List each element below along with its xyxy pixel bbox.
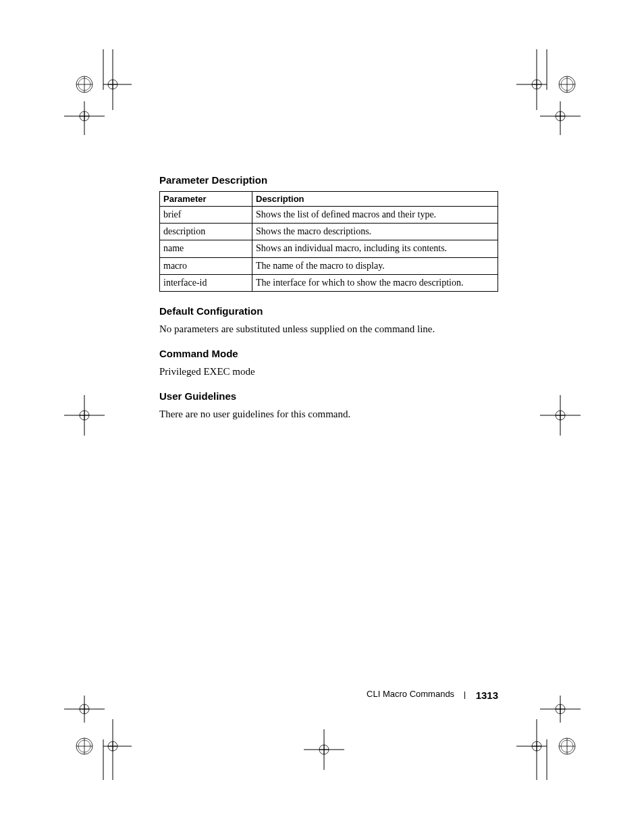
heading-default-configuration: Default Configuration — [159, 305, 498, 317]
footer-section-title: CLI Macro Commands — [367, 689, 454, 699]
cell-param: brief — [160, 207, 252, 224]
crop-mark-bottom-center — [304, 729, 344, 770]
crop-mark-mid-right — [540, 395, 581, 436]
crop-mark-top-right-2 — [540, 101, 581, 142]
text-command-mode: Privileged EXEC mode — [159, 365, 498, 378]
cell-param: description — [160, 224, 252, 240]
cell-param: name — [160, 240, 252, 257]
table-row: brief Shows the list of defined macros a… — [160, 207, 498, 224]
table-row: interface-id The interface for which to … — [160, 274, 498, 291]
cell-desc: The interface for which to show the macr… — [252, 274, 498, 291]
crop-mark-top-left-2 — [64, 101, 105, 142]
crop-mark-bottom-right-2 — [540, 696, 581, 723]
cell-desc: Shows the macro descriptions. — [252, 224, 498, 240]
crop-mark-bottom-left-2 — [64, 696, 105, 723]
table-header-parameter: Parameter — [160, 192, 252, 207]
footer-separator-icon — [464, 692, 465, 699]
text-user-guidelines: There are no user guidelines for this co… — [159, 407, 498, 421]
page-content: Parameter Description Parameter Descript… — [159, 174, 498, 434]
table-row: description Shows the macro descriptions… — [160, 224, 498, 240]
table-header-description: Description — [252, 192, 498, 207]
cell-param: macro — [160, 257, 252, 274]
heading-user-guidelines: User Guidelines — [159, 390, 498, 402]
crop-mark-mid-left — [64, 395, 105, 436]
page-footer: CLI Macro Commands 1313 — [159, 689, 498, 701]
footer-page-number: 1313 — [476, 689, 498, 701]
table-row: macro The name of the macro to display. — [160, 257, 498, 274]
parameter-table: Parameter Description brief Shows the li… — [159, 191, 498, 292]
table-row: name Shows an individual macro, includin… — [160, 240, 498, 257]
cell-desc: Shows the list of defined macros and the… — [252, 207, 498, 224]
cell-desc: Shows an individual macro, including its… — [252, 240, 498, 257]
heading-command-mode: Command Mode — [159, 348, 498, 359]
cell-param: interface-id — [160, 274, 252, 291]
text-default-configuration: No parameters are substituted unless sup… — [159, 322, 498, 336]
heading-parameter-description: Parameter Description — [159, 174, 498, 186]
cell-desc: The name of the macro to display. — [252, 257, 498, 274]
